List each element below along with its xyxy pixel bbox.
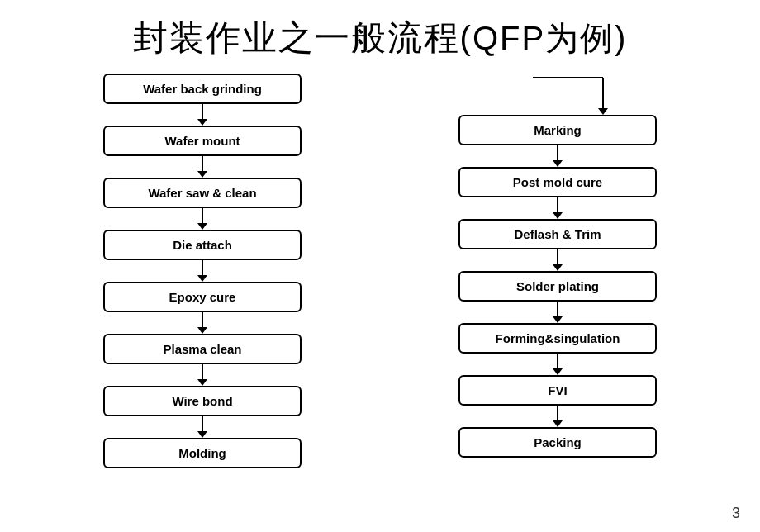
box-wafer-back-grinding: Wafer back grinding xyxy=(103,74,302,104)
page-title: 封装作业之一般流程(QFP为例) xyxy=(0,0,760,69)
box-deflash-trim: Deflash & Trim xyxy=(458,219,657,249)
page-number: 3 xyxy=(732,505,740,522)
box-die-attach: Die attach xyxy=(103,230,302,260)
right-column: Marking Post mold cure Deflash & Trim So… xyxy=(442,74,673,468)
box-wafer-saw-clean: Wafer saw & clean xyxy=(103,178,302,208)
box-plasma-clean: Plasma clean xyxy=(103,334,302,364)
box-forming-singulation: Forming&singulation xyxy=(458,323,657,354)
arrow-r4 xyxy=(553,302,563,323)
arrow-1 xyxy=(197,104,207,126)
arrow-r2 xyxy=(553,197,563,219)
box-epoxy-cure: Epoxy cure xyxy=(103,282,302,312)
box-post-mold-cure: Post mold cure xyxy=(458,167,657,197)
arrow-5 xyxy=(197,312,207,334)
box-packing: Packing xyxy=(458,427,657,458)
arrow-r3 xyxy=(553,249,563,271)
flowchart: Wafer back grinding Wafer mount Wafer sa… xyxy=(0,74,760,468)
arrow-7 xyxy=(197,416,207,438)
box-wafer-mount: Wafer mount xyxy=(103,126,302,156)
svg-marker-2 xyxy=(598,108,608,115)
box-marking: Marking xyxy=(458,115,657,145)
arrow-4 xyxy=(197,260,207,282)
left-column: Wafer back grinding Wafer mount Wafer sa… xyxy=(87,74,318,468)
arrow-r6 xyxy=(553,406,563,427)
right-top-connector-svg xyxy=(458,74,657,115)
box-wire-bond: Wire bond xyxy=(103,386,302,416)
arrow-r5 xyxy=(553,354,563,375)
box-solder-plating: Solder plating xyxy=(458,271,657,302)
arrow-r1 xyxy=(553,145,563,167)
box-fvi: FVI xyxy=(458,375,657,406)
box-molding: Molding xyxy=(103,438,302,468)
arrow-6 xyxy=(197,364,207,386)
arrow-3 xyxy=(197,208,207,230)
arrow-2 xyxy=(197,156,207,178)
